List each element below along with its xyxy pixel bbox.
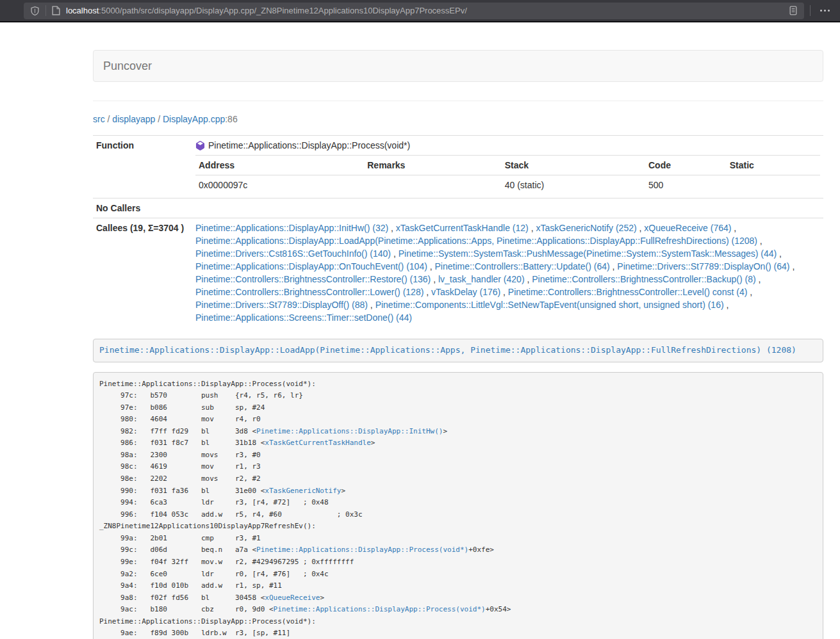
callee-separator: ,: [731, 223, 736, 233]
asm-symbol-link[interactable]: xTaskGetCurrentTaskHandle: [265, 439, 371, 447]
asm-text: 99e: f04f 32ff mov.w r2, #4294967295 ; 0…: [99, 558, 354, 566]
breadcrumb-separator: /: [155, 114, 163, 124]
function-table: Function Pinetime::Applications::Display…: [93, 135, 823, 327]
asm-text: >: [320, 594, 324, 602]
stats-value-cell: 0x0000097c: [195, 175, 364, 195]
navbar: Puncover: [93, 50, 823, 82]
asm-text: 98e: 2202 movs r2, #2: [99, 474, 261, 483]
asm-symbol-link[interactable]: Pinetime::Applications::DisplayApp::Proc…: [274, 605, 486, 613]
callee-link[interactable]: xTaskGetCurrentTaskHandle (12): [396, 223, 529, 233]
asm-text: _ZN8Pinetime12Applications10DisplayApp7R…: [99, 522, 316, 530]
callee-link[interactable]: lv_task_handler (420): [438, 274, 525, 284]
stats-header-row: AddressRemarksStackCodeStatic: [195, 156, 820, 175]
callee-separator: ,: [529, 223, 536, 233]
browser-toolbar: localhost:5000/path/src/displayapp/Displ…: [0, 0, 840, 22]
callee-separator: ,: [424, 287, 431, 297]
callee-link[interactable]: vTaskDelay (176): [431, 287, 500, 297]
url-bar[interactable]: localhost:5000/path/src/displayapp/Displ…: [24, 3, 804, 19]
callee-link[interactable]: Pinetime::Drivers::St7789::DisplayOn() (…: [617, 261, 789, 271]
more-tools-icon[interactable]: [816, 10, 834, 12]
callee-link[interactable]: Pinetime::Applications::DisplayApp::Load…: [195, 236, 757, 246]
callee-link[interactable]: Pinetime::Applications::DisplayApp::Init…: [195, 223, 388, 233]
package-icon: [195, 141, 205, 150]
asm-symbol-link[interactable]: xTaskGenericNotify: [265, 487, 341, 495]
asm-text: 99a: 2b01 cmp r3, #1: [99, 534, 261, 542]
stats-header-cell: Remarks: [364, 156, 502, 175]
stats-table: AddressRemarksStackCodeStatic 0x0000097c…: [195, 155, 820, 195]
url-text: localhost:5000/path/src/displayapp/Displ…: [66, 6, 467, 15]
url-host: localhost: [66, 6, 99, 15]
callee-link[interactable]: Pinetime::Controllers::BrightnessControl…: [508, 287, 747, 297]
page-icon[interactable]: [52, 6, 60, 15]
callee-separator: ,: [790, 261, 795, 271]
stats-value-cell: 500: [645, 175, 727, 195]
asm-text: 9ae: f89d 300b ldrb.w r3, [sp, #11]: [99, 629, 290, 637]
asm-symbol-link[interactable]: Pinetime::Applications::DisplayApp::Init…: [256, 427, 443, 435]
function-name-line: Pinetime::Applications::DisplayApp::Proc…: [195, 139, 820, 152]
stats-value-row: 0x0000097c40 (static)500: [195, 175, 820, 195]
shield-icon[interactable]: [30, 6, 40, 16]
breadcrumb-link[interactable]: DisplayApp.cpp: [163, 114, 225, 124]
callee-separator: ,: [777, 248, 782, 259]
stats-header-cell: Stack: [502, 156, 645, 175]
function-name: Pinetime::Applications::DisplayApp::Proc…: [208, 139, 410, 152]
stats-header-cell: Static: [727, 156, 820, 175]
asm-text: 996: f104 053c add.w r5, r4, #60 ; 0x3c: [99, 510, 363, 519]
callee-link[interactable]: Pinetime::Controllers::BrightnessControl…: [532, 274, 755, 284]
asm-text: Pinetime::Applications::DisplayApp::Proc…: [99, 380, 316, 388]
loadapp-highlight-box: Pinetime::Applications::DisplayApp::Load…: [93, 339, 823, 362]
callee-link[interactable]: Pinetime::Controllers::BrightnessControl…: [195, 287, 424, 297]
stats-value-cell: 40 (static): [502, 175, 645, 195]
callee-link[interactable]: Pinetime::Applications::Screens::Timer::…: [195, 312, 412, 323]
asm-text: 994: 6ca3 ldr r3, [r4, #72] ; 0x48: [99, 498, 329, 506]
callee-link[interactable]: xTaskGenericNotify (252): [536, 223, 636, 233]
callee-link[interactable]: Pinetime::Controllers::Battery::Update()…: [435, 261, 610, 271]
reader-view-icon[interactable]: [789, 6, 798, 15]
loadapp-link[interactable]: Pinetime::Applications::DisplayApp::Load…: [99, 345, 796, 355]
callee-separator: ,: [525, 274, 532, 284]
breadcrumb: src / displayapp / DisplayApp.cpp:86: [93, 113, 823, 125]
stats-value-cell: [727, 175, 820, 195]
function-row: Function Pinetime::Applications::Display…: [93, 136, 823, 198]
callee-separator: ,: [724, 300, 729, 310]
callee-separator: ,: [431, 274, 438, 284]
asm-text: 99c: d06d beq.n a7a <: [99, 546, 256, 554]
breadcrumb-link[interactable]: displayapp: [112, 114, 155, 124]
callee-link[interactable]: Pinetime::Controllers::BrightnessControl…: [195, 274, 431, 284]
main-content: Puncover src / displayapp / DisplayApp.c…: [93, 50, 823, 639]
asm-text: 97e: b086 sub sp, #24: [99, 403, 265, 412]
callee-separator: ,: [757, 236, 762, 246]
stats-header-cell: Code: [645, 156, 727, 175]
asm-symbol-link[interactable]: xQueueReceive: [265, 594, 320, 602]
no-callers-label: No Callers: [93, 198, 192, 218]
callee-link[interactable]: Pinetime::Drivers::Cst816S::GetTouchInfo…: [195, 248, 391, 259]
callee-link[interactable]: Pinetime::Components::LittleVgl::SetNewT…: [375, 300, 724, 310]
callee-separator: ,: [391, 248, 399, 259]
callee-link[interactable]: Pinetime::Applications::DisplayApp::OnTo…: [195, 261, 427, 271]
breadcrumb-separator: /: [105, 114, 113, 124]
asm-symbol-link[interactable]: Pinetime::Applications::DisplayApp::Proc…: [256, 546, 468, 554]
callee-separator: ,: [756, 274, 761, 284]
asm-text: 9ac: b180 cbz r0, 9d0 <: [99, 605, 274, 613]
asm-text: 9a8: f02f fd56 bl 30458 <: [99, 594, 265, 602]
asm-text: 9a4: f10d 010b add.w r1, sp, #11: [99, 581, 282, 590]
asm-text: 9a2: 6ce0 ldr r0, [r4, #76] ; 0x4c: [99, 570, 329, 578]
callee-separator: ,: [500, 287, 508, 297]
brand-link[interactable]: Puncover: [103, 60, 152, 72]
divider: [93, 101, 823, 101]
url-path: :5000/path/src/displayapp/DisplayApp.cpp…: [99, 6, 467, 15]
callees-list: Pinetime::Applications::DisplayApp::Init…: [192, 218, 823, 328]
callee-separator: ,: [368, 300, 375, 310]
asm-text: 982: f7ff fd29 bl 3d8 <: [99, 427, 256, 435]
urlbar-divider: [45, 5, 46, 16]
asm-text: 980: 4604 mov r4, r0: [99, 415, 261, 423]
callee-link[interactable]: Pinetime::System::SystemTask::PushMessag…: [399, 248, 777, 259]
asm-text: +0x54>: [486, 605, 511, 613]
callee-separator: ,: [388, 223, 396, 233]
breadcrumb-link[interactable]: src: [93, 114, 105, 124]
callees-row: Callees (19, Σ=3704 ) Pinetime::Applicat…: [93, 218, 823, 328]
no-callers-row: No Callers: [93, 198, 823, 218]
callee-link[interactable]: Pinetime::Drivers::St7789::DisplayOff() …: [195, 300, 368, 310]
callee-link[interactable]: xQueueReceive (764): [644, 223, 731, 233]
asm-text: 97c: b570 push {r4, r5, r6, lr}: [99, 391, 303, 400]
